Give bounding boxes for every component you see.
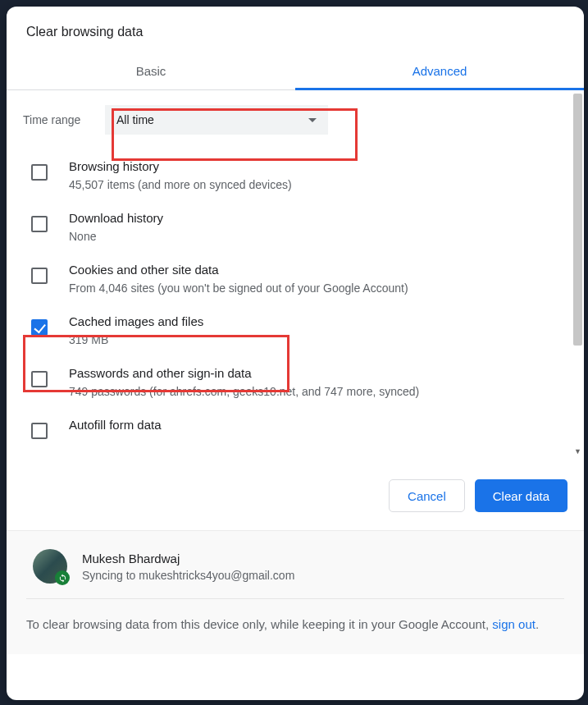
button-row: Cancel Clear data (7, 456, 584, 531)
footer-text: To clear browsing data from this device … (26, 599, 564, 634)
item-title: Autofill form data (69, 418, 162, 432)
item-desc: From 4,046 sites (you won't be signed ou… (69, 282, 408, 295)
item-title: Browsing history (69, 159, 292, 173)
item-texts: Cookies and other site data From 4,046 s… (69, 263, 408, 295)
checkbox-autofill[interactable] (31, 423, 48, 439)
item-texts: Cached images and files 319 MB (69, 314, 203, 346)
scrollbar-thumb[interactable] (573, 94, 582, 346)
sync-section: Mukesh Bhardwaj Syncing to mukeshtricks4… (7, 531, 584, 654)
checkbox-cookies[interactable] (31, 268, 48, 284)
checkbox-cached-images[interactable] (31, 319, 48, 336)
time-range-label: Time range (23, 113, 105, 126)
item-cached-images[interactable]: Cached images and files 319 MB (7, 304, 571, 356)
sync-status: Syncing to mukeshtricks4you@gmail.com (82, 569, 294, 582)
item-texts: Download history None (69, 211, 163, 243)
sync-badge-icon (55, 570, 70, 585)
checkbox-browsing-history[interactable] (31, 164, 48, 181)
time-range-select[interactable]: All time (105, 105, 328, 135)
clear-browsing-data-dialog: Clear browsing data Basic Advanced Time … (7, 7, 584, 700)
footer-text-after: . (536, 617, 539, 631)
clear-data-button[interactable]: Clear data (475, 479, 567, 512)
item-texts: Autofill form data (69, 418, 162, 432)
checkbox-download-history[interactable] (31, 216, 48, 232)
time-range-row: Time range All time (7, 90, 571, 149)
scroll-area: Time range All time Browsing history 45,… (7, 90, 584, 456)
item-cookies[interactable]: Cookies and other site data From 4,046 s… (7, 253, 571, 304)
sync-user-name: Mukesh Bhardwaj (82, 552, 294, 565)
tab-basic[interactable]: Basic (7, 53, 295, 89)
item-autofill[interactable]: Autofill form data (7, 408, 571, 449)
avatar-wrap (33, 549, 67, 584)
item-texts: Browsing history 45,507 items (and more … (69, 159, 292, 191)
item-title: Cookies and other site data (69, 263, 408, 277)
footer-text-before: To clear browsing data from this device … (26, 617, 492, 631)
item-desc: 319 MB (69, 333, 203, 346)
scroll-down-icon[interactable]: ▼ (573, 446, 582, 456)
chevron-down-icon (308, 118, 317, 122)
scrollbar-track[interactable] (573, 94, 582, 453)
checkbox-passwords[interactable] (31, 371, 48, 387)
time-range-value: All time (116, 113, 154, 126)
tabs: Basic Advanced (7, 53, 584, 90)
item-download-history[interactable]: Download history None (7, 201, 571, 253)
sync-row: Mukesh Bhardwaj Syncing to mukeshtricks4… (26, 546, 564, 599)
item-desc: 749 passwords (for ahrefs.com, geeks10.n… (69, 385, 419, 398)
item-texts: Passwords and other sign-in data 749 pas… (69, 366, 419, 398)
item-title: Cached images and files (69, 314, 203, 328)
time-range-select-wrap: All time (105, 105, 328, 135)
cancel-button[interactable]: Cancel (389, 479, 465, 512)
item-title: Passwords and other sign-in data (69, 366, 419, 380)
item-browsing-history[interactable]: Browsing history 45,507 items (and more … (7, 149, 571, 201)
tab-advanced[interactable]: Advanced (295, 53, 584, 89)
item-passwords[interactable]: Passwords and other sign-in data 749 pas… (7, 356, 571, 408)
item-title: Download history (69, 211, 163, 225)
item-desc: 45,507 items (and more on synced devices… (69, 178, 292, 191)
dialog-title: Clear browsing data (7, 7, 584, 53)
sync-texts: Mukesh Bhardwaj Syncing to mukeshtricks4… (82, 552, 294, 582)
sign-out-link[interactable]: sign out (492, 617, 536, 631)
scroll-content[interactable]: Time range All time Browsing history 45,… (7, 90, 571, 456)
item-desc: None (69, 230, 163, 243)
